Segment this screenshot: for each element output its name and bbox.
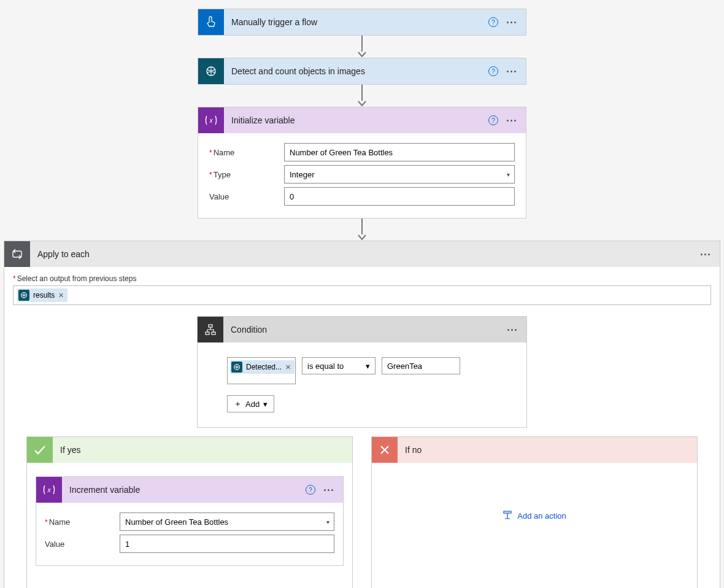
card-header: Apply to each — [4, 241, 720, 267]
chevron-down-icon: ▾ — [263, 400, 268, 409]
branch-icon — [198, 317, 223, 342]
flow-canvas: Manually trigger a flow ? Detect and cou… — [0, 9, 724, 588]
condition-left-field[interactable]: Detected... ✕ — [227, 357, 296, 384]
svg-text:x: x — [47, 487, 52, 493]
branch-header: If no — [372, 437, 697, 463]
arrow-connector — [358, 85, 366, 107]
variable-icon: x — [36, 477, 62, 503]
value-label: Value — [45, 540, 120, 549]
condition-value-input[interactable] — [382, 357, 460, 374]
arrow-connector — [358, 36, 366, 58]
token-label: results — [33, 291, 55, 300]
operator-label: is equal to — [307, 362, 344, 371]
svg-rect-5 — [206, 332, 209, 335]
more-menu-icon[interactable] — [507, 71, 516, 72]
step-title: Apply to each — [30, 249, 701, 259]
add-action-label: Add an action — [517, 511, 566, 520]
help-icon[interactable]: ? — [306, 485, 315, 495]
step-detect-objects[interactable]: Detect and count objects in images ? — [198, 58, 526, 85]
name-label: Name — [45, 517, 120, 527]
help-icon[interactable]: ? — [488, 115, 498, 125]
card-body: Name ▾ Value — [36, 503, 343, 565]
card-header: Manually trigger a flow ? — [198, 9, 526, 35]
card-header: Condition — [198, 317, 526, 342]
name-label: Name — [209, 148, 284, 157]
more-menu-icon[interactable] — [507, 120, 516, 122]
ai-icon — [231, 362, 242, 373]
step-title: Manually trigger a flow — [224, 17, 488, 27]
loop-icon — [4, 241, 30, 267]
select-output-field[interactable]: results ✕ — [13, 285, 711, 305]
condition-body: Detected... ✕ is equal to ▾ ＋ — [198, 342, 526, 427]
step-increment-variable[interactable]: x Increment variable ? Name — [36, 476, 344, 566]
x-icon — [372, 437, 398, 463]
step-title: Initialize variable — [224, 115, 488, 125]
value-input[interactable] — [284, 187, 515, 206]
step-title: Condition — [223, 325, 507, 335]
add-label: Add — [245, 400, 260, 409]
variable-icon: x — [198, 107, 224, 133]
help-icon[interactable]: ? — [488, 17, 498, 27]
ai-icon — [198, 58, 224, 84]
card-body: Name Type ▾ Value — [198, 133, 526, 218]
results-token[interactable]: results ✕ — [17, 288, 67, 302]
more-menu-icon[interactable] — [324, 489, 333, 491]
svg-text:x: x — [209, 117, 214, 124]
branch-header: If yes — [27, 437, 352, 463]
type-label: Type — [209, 170, 284, 179]
step-manual-trigger[interactable]: Manually trigger a flow ? — [198, 9, 526, 36]
help-icon[interactable]: ? — [488, 66, 498, 76]
svg-rect-10 — [504, 511, 511, 513]
chevron-down-icon: ▾ — [366, 362, 370, 371]
branch-title: If no — [398, 445, 422, 455]
branch-body: Add an action — [372, 463, 697, 538]
token-label: Detected... — [246, 363, 282, 371]
step-title: Detect and count objects in images — [224, 66, 488, 76]
close-icon[interactable]: ✕ — [58, 292, 64, 300]
condition-operator-select[interactable]: is equal to ▾ — [302, 357, 375, 374]
more-menu-icon[interactable] — [507, 329, 517, 331]
branch-title: If yes — [53, 445, 80, 455]
add-action-icon — [503, 511, 512, 520]
name-input[interactable] — [284, 143, 515, 161]
add-condition-button[interactable]: ＋ Add ▾ — [227, 395, 274, 412]
name-select[interactable] — [120, 513, 334, 531]
check-icon — [27, 437, 53, 463]
branch-if-no: If no Add an action — [371, 436, 698, 588]
step-condition[interactable]: Condition Detec — [197, 316, 527, 428]
more-menu-icon[interactable] — [507, 21, 516, 23]
plus-icon: ＋ — [234, 398, 242, 409]
step-title: Increment variable — [62, 485, 306, 495]
type-select[interactable] — [284, 165, 515, 184]
branch-body: x Increment variable ? Name — [27, 463, 352, 588]
select-output-label: Select an output from previous steps — [13, 274, 711, 283]
add-action-button[interactable]: Add an action — [503, 511, 566, 520]
apply-body: Select an output from previous steps res… — [4, 267, 720, 588]
touch-icon — [198, 9, 224, 35]
more-menu-icon[interactable] — [701, 253, 710, 255]
value-input[interactable] — [120, 535, 334, 553]
step-initialize-variable[interactable]: x Initialize variable ? Name Type ▾ Val — [198, 107, 526, 219]
card-header: x Initialize variable ? — [198, 107, 526, 133]
svg-rect-4 — [209, 325, 212, 327]
ai-icon — [18, 290, 29, 301]
step-apply-to-each[interactable]: Apply to each Select an output from prev… — [4, 241, 720, 588]
detected-token[interactable]: Detected... ✕ — [230, 360, 295, 374]
card-header: Detect and count objects in images ? — [198, 58, 526, 84]
branch-if-yes: If yes x Increment variable ? — [26, 436, 353, 588]
close-icon[interactable]: ✕ — [285, 363, 291, 371]
value-label: Value — [209, 192, 284, 201]
arrow-connector — [358, 219, 366, 241]
card-header: x Increment variable ? — [36, 477, 343, 503]
svg-rect-6 — [212, 332, 215, 335]
branch-row: If yes x Increment variable ? — [26, 436, 698, 588]
